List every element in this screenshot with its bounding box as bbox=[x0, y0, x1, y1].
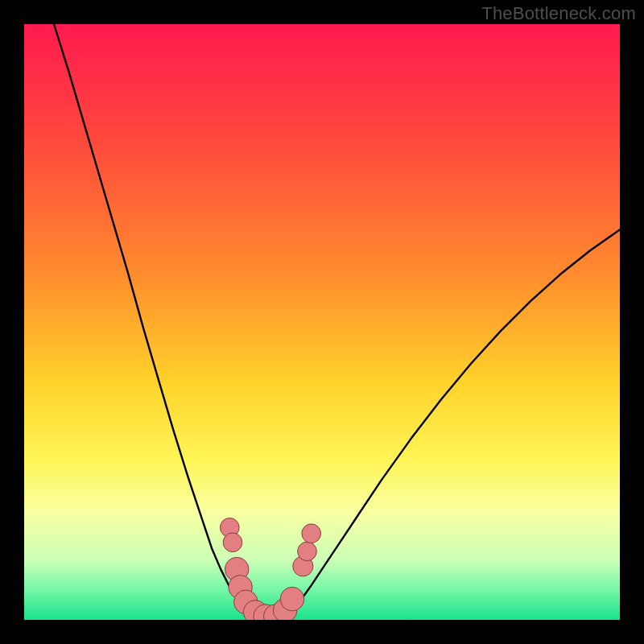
data-marker bbox=[280, 587, 304, 611]
data-marker bbox=[223, 533, 242, 552]
watermark-text: TheBottleneck.com bbox=[481, 3, 636, 24]
plot-area bbox=[24, 24, 620, 620]
chart-frame: TheBottleneck.com bbox=[0, 0, 644, 644]
chart-svg bbox=[24, 24, 620, 620]
data-marker bbox=[302, 524, 321, 543]
data-marker bbox=[298, 542, 317, 561]
gradient-background bbox=[24, 24, 620, 620]
